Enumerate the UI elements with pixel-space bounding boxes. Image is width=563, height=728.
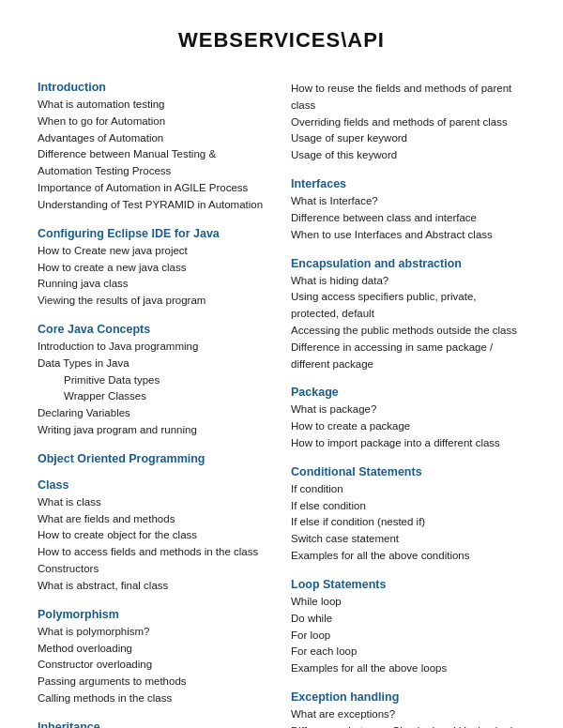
section-item: What is automation testing	[38, 97, 272, 114]
section-item: Primitive Data types	[38, 372, 272, 389]
section: Core Java ConceptsIntroduction to Java p…	[38, 323, 272, 439]
page-title: WEBSERVICES\API	[38, 28, 525, 53]
section-item: Automation Testing Process	[38, 163, 272, 180]
section: PackageWhat is package?How to create a p…	[291, 386, 525, 451]
section: How to reuse the fields and methods of p…	[291, 81, 525, 164]
section-item: Switch case statement	[291, 531, 525, 548]
section-item: Do while	[291, 611, 525, 628]
section-item: When to use Interfaces and Abstract clas…	[291, 227, 525, 244]
section-item: How to reuse the fields and methods of p…	[291, 81, 525, 114]
section: ClassWhat is classWhat are fields and me…	[38, 478, 272, 595]
section-item: Calling methods in the class	[38, 690, 272, 707]
section-heading: Inheritance	[38, 720, 272, 728]
section: Conditional StatementsIf conditionIf els…	[291, 465, 525, 565]
section-heading: Core Java Concepts	[38, 323, 272, 336]
section-item: Accessing the public methods outside the…	[291, 323, 525, 340]
section-item: How to create a new java class	[38, 260, 272, 277]
section-item: How to import package into a different c…	[291, 435, 525, 452]
section-item: Method overloading	[38, 641, 272, 658]
section-item: Examples for all the above loops	[291, 660, 525, 677]
section-item: How to create object for the class	[38, 527, 272, 544]
section-item: Passing arguments to methods	[38, 674, 272, 690]
section-item: What is abstract, final class	[38, 578, 272, 595]
section-item: If else if condition (nested if)	[291, 514, 525, 531]
section-item: Running java class	[38, 276, 272, 293]
section-heading: Configuring Eclipse IDE for Java	[38, 227, 272, 240]
section-item: For each loop	[291, 644, 525, 660]
right-column: How to reuse the fields and methods of p…	[291, 81, 525, 728]
section-item: Difference between Manual Testing &	[38, 146, 272, 163]
section: Loop StatementsWhile loopDo whileFor loo…	[291, 578, 525, 677]
section-item: How to Create new java project	[38, 243, 272, 260]
section-item: When to go for Automation	[38, 114, 272, 130]
section-item: What is polymorphism?	[38, 624, 272, 641]
section-item: Overriding fields and methods of parent …	[291, 114, 525, 131]
section: Encapsulation and abstractionWhat is hid…	[291, 257, 525, 373]
section-item: Usage of super keyword	[291, 130, 525, 147]
section-item: How to create a package	[291, 418, 525, 435]
section-heading: Introduction	[38, 81, 272, 94]
section-item: How to access fields and methods in the …	[38, 544, 272, 561]
section-heading: Encapsulation and abstraction	[291, 257, 525, 270]
section-item: Usage of this keyword	[291, 147, 525, 164]
section-heading: Interfaces	[291, 177, 525, 190]
section-item: If condition	[291, 481, 525, 498]
section-item: What is Interface?	[291, 193, 525, 210]
section: InterfacesWhat is Interface?Difference b…	[291, 177, 525, 243]
section-heading: Package	[291, 386, 525, 399]
section-item: Importance of Automation in AGILE Proces…	[38, 180, 272, 197]
section-item: Differences between Checked and Unchecke…	[291, 723, 525, 728]
section-item: Advantages of Automation	[38, 130, 272, 147]
section-heading: Object Oriented Programming	[38, 452, 272, 465]
section: IntroductionWhat is automation testingWh…	[38, 81, 272, 214]
section: Configuring Eclipse IDE for JavaHow to C…	[38, 227, 272, 310]
content-columns: IntroductionWhat is automation testingWh…	[38, 81, 525, 728]
section-item: Introduction to Java programming	[38, 339, 272, 356]
section-item: Understanding of Test PYRAMID in Automat…	[38, 197, 272, 214]
section-item: Writing java program and running	[38, 422, 272, 439]
section-item: What are exceptions?	[291, 706, 525, 723]
section-item: What is package?	[291, 402, 525, 418]
section-item: If else condition	[291, 498, 525, 515]
section-item: Difference in accessing in same package …	[291, 340, 525, 373]
section-heading: Polymorphism	[38, 608, 272, 621]
section-item: While loop	[291, 594, 525, 611]
section: Exception handlingWhat are exceptions?Di…	[291, 690, 525, 728]
section-item: Constructor overloading	[38, 657, 272, 674]
section-heading: Conditional Statements	[291, 465, 525, 478]
section-item: Difference between class and interface	[291, 210, 525, 227]
section-heading: Exception handling	[291, 690, 525, 704]
section-item: Wrapper Classes	[38, 388, 272, 405]
section-heading: Loop Statements	[291, 578, 525, 591]
section-item: Using access specifiers public, private,…	[291, 289, 525, 323]
section-item: Examples for all the above conditions	[291, 548, 525, 565]
section-item: Viewing the results of java program	[38, 293, 272, 310]
section-item: Declaring Variables	[38, 405, 272, 422]
section-item: What are fields and methods	[38, 511, 272, 528]
section: InheritanceWhy to do Inheritance	[38, 720, 272, 728]
section-heading: Class	[38, 478, 272, 492]
section-item: Constructors	[38, 561, 272, 578]
section-item: Data Types in Java	[38, 356, 272, 372]
left-column: IntroductionWhat is automation testingWh…	[38, 81, 272, 728]
section: Object Oriented Programming	[38, 452, 272, 465]
section-item: What is hiding data?	[291, 273, 525, 290]
section-item: What is class	[38, 494, 272, 511]
section-item: For loop	[291, 628, 525, 645]
section: PolymorphismWhat is polymorphism?Method …	[38, 608, 272, 707]
